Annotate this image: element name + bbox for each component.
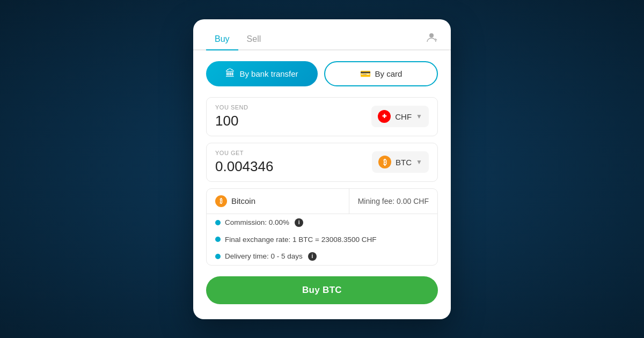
trading-card: Buy Sell 🏛 By bank transfer 💳 By card YO… bbox=[193, 19, 451, 319]
dot-icon bbox=[215, 237, 221, 242]
bitcoin-name: Bitcoin bbox=[231, 196, 255, 205]
commission-row: Commission: 0.00% i bbox=[207, 214, 437, 231]
dot-icon bbox=[215, 220, 221, 225]
commission-text: Commission: 0.00% bbox=[225, 218, 289, 226]
delivery-info-icon[interactable]: i bbox=[308, 252, 317, 261]
payment-methods: 🏛 By bank transfer 💳 By card bbox=[193, 50, 451, 97]
delivery-time-text: Delivery time: 0 - 5 days bbox=[225, 252, 303, 260]
card-icon: 💳 bbox=[360, 69, 371, 79]
send-input-area: YOU SEND 100 bbox=[215, 104, 248, 129]
tab-bar: Buy Sell bbox=[193, 19, 451, 50]
tab-buy[interactable]: Buy bbox=[206, 29, 238, 50]
exchange-rate-row: Final exchange rate: 1 BTC = 23008.3500 … bbox=[207, 231, 437, 248]
buy-btc-button[interactable]: Buy BTC bbox=[206, 276, 438, 304]
bitcoin-asset-label: ₿ Bitcoin bbox=[207, 189, 349, 214]
card-payment-button[interactable]: 💳 By card bbox=[324, 61, 438, 86]
mining-fee-value: Mining fee: 0.00 CHF bbox=[349, 190, 437, 212]
commission-info-icon[interactable]: i bbox=[295, 218, 303, 227]
user-account-icon[interactable] bbox=[425, 31, 438, 47]
get-label: YOU GET bbox=[215, 150, 273, 156]
transaction-details: ₿ Bitcoin Mining fee: 0.00 CHF Commissio… bbox=[206, 188, 438, 266]
chf-flag-icon: ✚ bbox=[378, 110, 391, 123]
send-label: YOU SEND bbox=[215, 104, 248, 111]
send-amount[interactable]: 100 bbox=[215, 113, 248, 129]
btc-flag-icon: ₿ bbox=[378, 156, 391, 168]
get-currency-chevron: ▼ bbox=[416, 158, 422, 166]
send-currency-chevron: ▼ bbox=[416, 113, 422, 120]
bank-transfer-label: By bank transfer bbox=[239, 69, 298, 78]
bitcoin-icon: ₿ bbox=[215, 195, 227, 207]
tab-sell[interactable]: Sell bbox=[238, 29, 270, 50]
get-input-area: YOU GET 0.004346 bbox=[215, 150, 273, 175]
details-header: ₿ Bitcoin Mining fee: 0.00 CHF bbox=[207, 189, 437, 214]
get-amount[interactable]: 0.004346 bbox=[215, 158, 273, 175]
delivery-time-row: Delivery time: 0 - 5 days i bbox=[207, 248, 437, 265]
card-payment-label: By card bbox=[375, 69, 402, 78]
bank-transfer-button[interactable]: 🏛 By bank transfer bbox=[206, 61, 318, 86]
bank-icon: 🏛 bbox=[225, 68, 235, 79]
get-currency-selector[interactable]: ₿ BTC ▼ bbox=[372, 151, 429, 173]
send-currency-selector[interactable]: ✚ CHF ▼ bbox=[371, 106, 429, 127]
get-currency-code: BTC bbox=[396, 158, 412, 167]
send-section: YOU SEND 100 ✚ CHF ▼ bbox=[206, 97, 438, 136]
send-currency-code: CHF bbox=[395, 112, 412, 121]
fee-details-rows: Commission: 0.00% i Final exchange rate:… bbox=[207, 214, 437, 265]
exchange-rate-text: Final exchange rate: 1 BTC = 23008.3500 … bbox=[225, 236, 377, 244]
get-section: YOU GET 0.004346 ₿ BTC ▼ bbox=[206, 143, 438, 182]
dot-icon bbox=[215, 254, 221, 259]
svg-point-0 bbox=[429, 33, 434, 38]
